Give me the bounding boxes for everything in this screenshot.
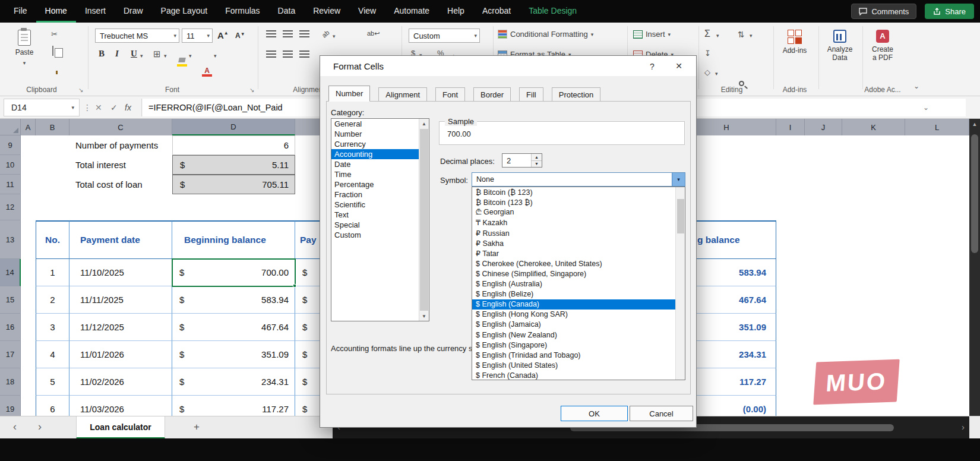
menu-table-design[interactable]: Table Design <box>520 0 586 23</box>
ok-button[interactable]: OK <box>561 406 628 421</box>
symbol-option-8[interactable]: $ Chinese (Simplified, Singapore) <box>472 269 685 279</box>
category-option-general[interactable]: General <box>331 119 429 129</box>
add-sheet-icon[interactable]: + <box>194 421 200 433</box>
bold-button[interactable]: B <box>99 49 105 59</box>
conditional-formatting-button[interactable]: Conditional Formatting ▾ <box>498 30 593 39</box>
category-scroll-up-icon[interactable]: ▲ <box>419 119 429 128</box>
category-option-currency[interactable]: Currency <box>331 139 429 149</box>
fill-down-icon[interactable]: ↧ <box>704 49 711 58</box>
cell-c19[interactable]: 11/03/2026 <box>69 396 172 416</box>
font-size-combo[interactable]: 11 ▾ <box>182 29 213 43</box>
font-color-icon[interactable]: A <box>202 67 212 77</box>
category-option-accounting[interactable]: Accounting <box>331 149 429 159</box>
cell-d11[interactable]: $705.11 <box>172 175 295 194</box>
cell-b13[interactable]: No. <box>36 220 69 259</box>
dialog-title-bar[interactable]: Format Cells <box>320 56 696 76</box>
cell-d17[interactable]: $351.09 <box>172 341 295 368</box>
fill-handle[interactable] <box>293 284 296 288</box>
menu-data[interactable]: Data <box>269 0 305 23</box>
align-middle-icon[interactable] <box>283 30 293 37</box>
font-dialog-launcher-icon[interactable]: ↘ <box>249 87 254 93</box>
next-sheet-icon[interactable]: › <box>38 421 42 433</box>
tab-alignment[interactable]: Alignment <box>378 87 427 102</box>
menu-home[interactable]: Home <box>36 0 76 23</box>
autosum-dropdown-icon[interactable]: ▾ <box>716 33 719 39</box>
cell-c9[interactable]: Number of payments <box>69 135 172 155</box>
dialog-close-button[interactable]: ✕ <box>666 58 691 74</box>
cut-icon[interactable]: ✂ <box>51 30 58 39</box>
cell-b16[interactable]: 3 <box>36 314 69 341</box>
align-left-icon[interactable] <box>266 50 276 58</box>
clear-dropdown-icon[interactable]: ▾ <box>715 71 718 77</box>
tab-fill[interactable]: Fill <box>519 87 543 102</box>
row-header-9[interactable]: 9 <box>0 135 21 155</box>
menu-review[interactable]: Review <box>304 0 349 23</box>
symbol-option-11[interactable]: $ English (Canada) <box>472 299 685 310</box>
menu-draw[interactable]: Draw <box>115 0 152 23</box>
symbol-scrollbar[interactable] <box>675 187 685 380</box>
column-header-c[interactable]: C <box>69 119 172 135</box>
align-top-icon[interactable] <box>266 30 276 37</box>
decimal-up-icon[interactable]: ▲ <box>532 154 542 161</box>
column-header-d[interactable]: D <box>172 119 295 135</box>
symbol-option-0[interactable]: ₿ Bitcoin (₿ 123) <box>472 187 685 197</box>
share-button[interactable]: Share <box>925 4 974 19</box>
cell-c17[interactable]: 11/01/2026 <box>69 341 172 368</box>
cell-d13[interactable]: Beginning balance <box>172 220 295 259</box>
row-header-13[interactable]: 13 <box>0 220 21 259</box>
symbol-option-15[interactable]: $ English (Singapore) <box>472 340 685 350</box>
cell-b15[interactable]: 2 <box>36 286 69 314</box>
column-header-j[interactable]: J <box>805 119 842 135</box>
symbol-option-2[interactable]: ₾ Georgian <box>472 207 685 217</box>
category-option-special[interactable]: Special <box>331 220 429 230</box>
symbol-option-16[interactable]: $ English (Trinidad and Tobago) <box>472 350 685 360</box>
sort-filter-icon[interactable]: ⇅ <box>738 30 745 39</box>
row-header-14[interactable]: 14 <box>0 259 21 286</box>
row-header-12[interactable]: 12 <box>0 194 21 220</box>
cell-b14[interactable]: 1 <box>36 259 69 286</box>
decimal-places-stepper[interactable]: 2 ▲ ▼ <box>502 153 542 168</box>
category-option-percentage[interactable]: Percentage <box>331 179 429 190</box>
menu-formulas[interactable]: Formulas <box>216 0 268 23</box>
symbol-option-13[interactable]: $ English (Jamaica) <box>472 320 685 330</box>
category-option-time[interactable]: Time <box>331 169 429 179</box>
analyze-data-button[interactable]: Analyze Data <box>822 27 858 62</box>
clear-icon[interactable]: ◇ <box>704 68 710 77</box>
number-format-combo[interactable]: Custom ▾ <box>409 29 480 43</box>
cell-d18[interactable]: $234.31 <box>172 368 295 396</box>
cell-d19[interactable]: $117.27 <box>172 396 295 416</box>
cell-b19[interactable]: 6 <box>36 396 69 416</box>
align-right-icon[interactable] <box>299 50 309 58</box>
category-scroll-down-icon[interactable]: ▼ <box>419 311 429 321</box>
category-listbox[interactable]: ▲ ▼ GeneralNumberCurrencyAccountingDateT… <box>331 118 429 321</box>
symbol-option-9[interactable]: $ English (Australia) <box>472 279 685 289</box>
cell-c13[interactable]: Payment date <box>69 220 172 259</box>
symbol-combobox[interactable]: None ▾ <box>472 172 685 187</box>
category-scrollbar[interactable]: ▲ ▼ <box>419 119 429 321</box>
orientation-dropdown-icon[interactable]: ▾ <box>333 33 336 39</box>
sheet-tab-loan-calculator[interactable]: Loan calculator <box>76 416 165 439</box>
select-all-corner[interactable] <box>0 119 21 135</box>
vertical-scrollbar[interactable]: ▲ ▼ <box>969 119 980 438</box>
cell-b17[interactable]: 4 <box>36 341 69 368</box>
sort-filter-dropdown-icon[interactable]: ▾ <box>750 33 753 39</box>
row-header-10[interactable]: 10 <box>0 155 21 175</box>
ribbon-collapse-icon[interactable]: ⌄ <box>913 82 919 90</box>
category-option-custom[interactable]: Custom <box>331 230 429 240</box>
symbol-option-12[interactable]: $ English (Hong Kong SAR) <box>472 310 685 320</box>
fill-color-icon[interactable] <box>177 56 187 67</box>
symbol-dropdown-list[interactable]: ₿ Bitcoin (₿ 123)₿ Bitcoin (123 ₿)₾ Geor… <box>472 187 685 380</box>
symbol-dropdown-icon[interactable]: ▾ <box>672 173 685 186</box>
symbol-option-14[interactable]: $ English (New Zealand) <box>472 330 685 340</box>
tab-font[interactable]: Font <box>435 87 465 102</box>
orientation-icon[interactable]: ab <box>321 29 331 39</box>
fill-color-dropdown-icon[interactable]: ▾ <box>189 53 192 59</box>
cell-c10[interactable]: Total interest <box>69 155 172 175</box>
align-center-icon[interactable] <box>283 50 293 58</box>
category-option-text[interactable]: Text <box>331 210 429 220</box>
cell-b18[interactable]: 5 <box>36 368 69 396</box>
insert-function-icon[interactable]: fx <box>125 103 131 112</box>
comments-button[interactable]: Comments <box>851 4 916 19</box>
align-bottom-icon[interactable] <box>299 30 309 37</box>
italic-button[interactable]: I <box>115 49 119 59</box>
